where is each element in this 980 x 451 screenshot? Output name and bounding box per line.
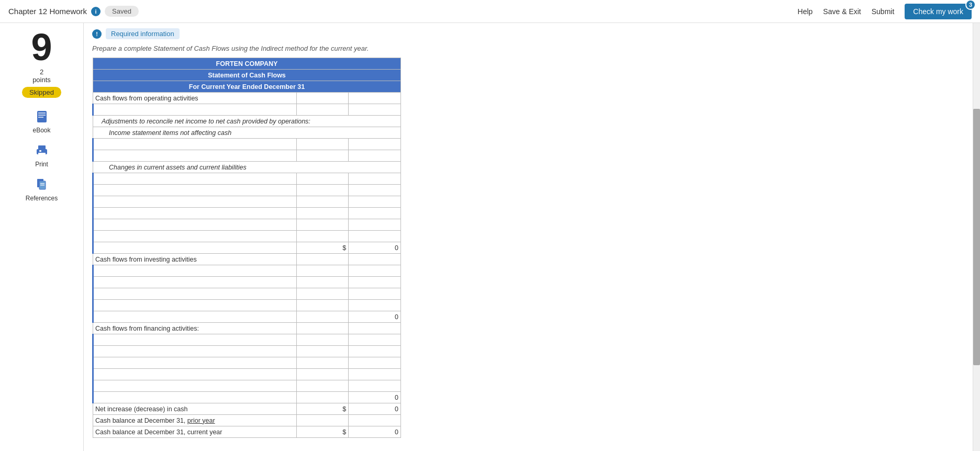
scrollbar[interactable] <box>973 23 980 451</box>
svg-rect-2 <box>38 115 46 116</box>
label-input-fin2[interactable] <box>96 348 294 355</box>
label-input-9[interactable] <box>96 233 294 240</box>
value-input-8a[interactable] <box>299 221 347 229</box>
table-row <box>93 300 401 311</box>
table-row <box>93 173 401 185</box>
value-input-3a[interactable] <box>299 152 347 160</box>
value-input-9b[interactable] <box>351 233 398 240</box>
value-input-7a[interactable] <box>299 210 347 217</box>
check-my-work-button[interactable]: Check my work 3 <box>905 4 972 19</box>
net-increase-label: Net increase (decrease) in cash <box>93 403 297 415</box>
statement-title: Statement of Cash Flows <box>93 70 401 81</box>
label-input-fin1[interactable] <box>96 336 294 344</box>
adjustments-label: Adjustments to reconcile net income to n… <box>93 116 401 127</box>
label-input-fin-total[interactable] <box>96 394 294 401</box>
value-input-fin2a[interactable] <box>299 348 347 355</box>
financing-total-row: 0 <box>93 392 401 403</box>
operating-value: 0 <box>349 242 401 254</box>
nav-left: Chapter 12 Homework i Saved <box>8 6 139 17</box>
saved-badge: Saved <box>105 6 139 17</box>
label-input-inv3[interactable] <box>96 290 294 298</box>
main-container: 9 2 points Skipped eBook <box>0 23 980 451</box>
table-header-company: FORTEN COMPANY <box>93 58 401 70</box>
value-input-inv2a[interactable] <box>299 279 347 286</box>
references-tool[interactable]: References <box>26 176 58 202</box>
label-input-inv1[interactable] <box>96 267 294 275</box>
scrollbar-thumb[interactable] <box>973 109 980 366</box>
value-input-fin3b[interactable] <box>351 359 398 367</box>
value-input-fin3a[interactable] <box>299 359 347 367</box>
value-input-1b[interactable] <box>351 106 398 114</box>
submit-link[interactable]: Submit <box>872 7 895 16</box>
label-input-3[interactable] <box>96 152 294 160</box>
amount-input-1b[interactable] <box>349 104 401 116</box>
value-input-7b[interactable] <box>351 210 398 217</box>
value-input-9a[interactable] <box>299 233 347 240</box>
adjustments-header-row: Adjustments to reconcile net income to n… <box>93 116 401 127</box>
label-input-2[interactable] <box>96 141 294 148</box>
svg-rect-1 <box>38 112 46 114</box>
references-label: References <box>26 195 58 202</box>
value-input-fin2b[interactable] <box>351 348 398 355</box>
label-input-inv2[interactable] <box>96 279 294 286</box>
label-input-4[interactable] <box>96 175 294 183</box>
value-input-inv-total-a[interactable] <box>299 313 347 321</box>
amount-input-1a[interactable] <box>296 104 349 116</box>
svg-rect-7 <box>39 150 41 152</box>
print-icon <box>34 142 50 159</box>
value-input-fin4b[interactable] <box>351 371 398 378</box>
financing-label: Cash flows from financing activities: <box>93 323 297 334</box>
label-input-inv-total[interactable] <box>96 313 294 321</box>
operating-total-row: $ 0 <box>93 242 401 254</box>
value-input-1a[interactable] <box>299 106 347 114</box>
value-input-cash-prior-b[interactable] <box>351 417 398 424</box>
value-input-8b[interactable] <box>351 221 398 229</box>
label-input-6[interactable] <box>96 198 294 206</box>
ebook-tool[interactable]: eBook <box>32 108 50 134</box>
label-input-inv4[interactable] <box>96 302 294 309</box>
table-row <box>93 185 401 196</box>
value-input-fin-total-a[interactable] <box>299 394 347 401</box>
value-input-6b[interactable] <box>351 198 398 206</box>
label-input-fin5[interactable] <box>96 382 294 390</box>
question-number: 9 <box>31 28 52 66</box>
value-input-fin5a[interactable] <box>299 382 347 390</box>
value-input-5a[interactable] <box>299 187 347 194</box>
required-info-badge[interactable]: Required information <box>106 28 180 39</box>
value-input-inv4a[interactable] <box>299 302 347 309</box>
print-tool[interactable]: Print <box>34 142 50 168</box>
label-input-1[interactable] <box>96 106 294 114</box>
value-input-inv3b[interactable] <box>351 290 398 298</box>
value-input-3b[interactable] <box>351 152 398 160</box>
value-input-inv1a[interactable] <box>299 267 347 275</box>
value-input-4b[interactable] <box>351 175 398 183</box>
value-input-fin5b[interactable] <box>351 382 398 390</box>
row-label-input-1[interactable] <box>93 104 297 116</box>
label-input-10[interactable] <box>96 244 294 252</box>
label-input-7[interactable] <box>96 210 294 217</box>
value-input-inv1b[interactable] <box>351 267 398 275</box>
value-input-inv3a[interactable] <box>299 290 347 298</box>
table-row <box>93 288 401 300</box>
label-input-5[interactable] <box>96 187 294 194</box>
value-input-2b[interactable] <box>351 141 398 148</box>
value-input-5b[interactable] <box>351 187 398 194</box>
value-input-fin1a[interactable] <box>299 336 347 344</box>
save-exit-link[interactable]: Save & Exit <box>823 7 861 16</box>
value-input-4a[interactable] <box>299 175 347 183</box>
help-link[interactable]: Help <box>798 7 813 16</box>
value-input-inv2b[interactable] <box>351 279 398 286</box>
value-input-6a[interactable] <box>299 198 347 206</box>
value-input-cash-prior[interactable] <box>299 417 347 424</box>
value-input-2a[interactable] <box>299 141 347 148</box>
info-icon[interactable]: i <box>91 7 101 16</box>
label-input-fin4[interactable] <box>96 371 294 378</box>
value-input-fin4a[interactable] <box>299 371 347 378</box>
table-row <box>93 357 401 369</box>
label-input-8[interactable] <box>96 221 294 229</box>
label-input-fin3[interactable] <box>96 359 294 367</box>
value-input-inv4b[interactable] <box>351 302 398 309</box>
value-input-fin1b[interactable] <box>351 336 398 344</box>
company-name: FORTEN COMPANY <box>93 58 401 70</box>
table-row <box>93 334 401 346</box>
